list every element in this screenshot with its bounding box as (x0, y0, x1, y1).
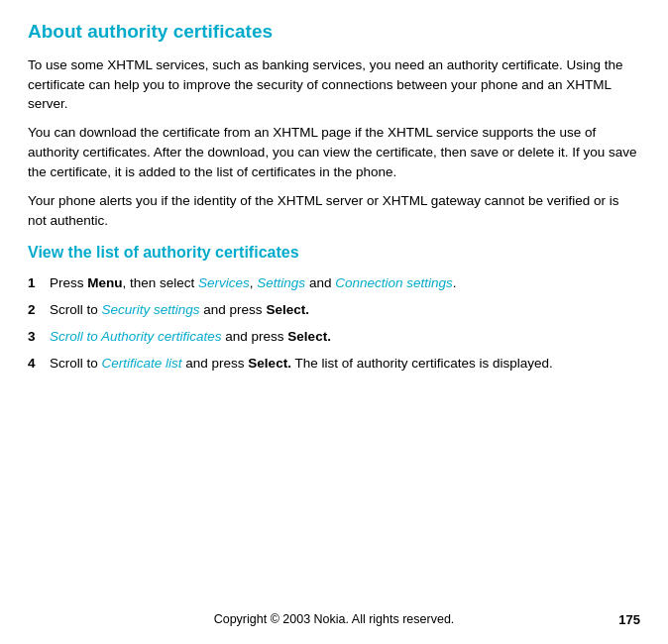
step-2-text: Scroll to Security settings and press Se… (50, 300, 640, 320)
steps-list: 1 Press Menu, then select Services, Sett… (28, 273, 640, 374)
paragraph1: To use some XHTML services, such as bank… (28, 55, 640, 115)
step-3-authority: Scroll to Authority certificates (50, 329, 222, 344)
copyright-text: Copyright © 2003 Nokia. All rights reser… (214, 612, 455, 626)
step-3-number: 3 (28, 327, 50, 347)
step-1-menu: Menu (87, 275, 122, 290)
step-4-select: Select. (248, 356, 291, 371)
step-1-services: Services (198, 275, 250, 290)
step-2: 2 Scroll to Security settings and press … (28, 300, 640, 320)
step-2-select: Select. (266, 302, 309, 317)
page-content: About authority certificates To use some… (0, 0, 668, 400)
step-4-certlist: Certificate list (102, 356, 182, 371)
paragraph2: You can download the certificate from an… (28, 123, 640, 182)
step-3-select: Select. (287, 329, 331, 344)
main-title: About authority certificates (28, 18, 640, 46)
step-3: 3 Scroll to Authority certificates and p… (28, 327, 640, 347)
step-2-number: 2 (28, 300, 50, 320)
page-number: 175 (618, 612, 640, 627)
section-title: View the list of authority certificates (28, 241, 640, 264)
step-1-text: Press Menu, then select Services, Settin… (50, 273, 640, 293)
paragraph3: Your phone alerts you if the identity of… (28, 191, 640, 231)
step-4-text: Scroll to Certificate list and press Sel… (50, 354, 640, 374)
step-1-settings: Settings (257, 275, 305, 290)
step-1: 1 Press Menu, then select Services, Sett… (28, 273, 640, 293)
step-3-text: Scroll to Authority certificates and pre… (50, 327, 640, 347)
step-2-security: Security settings (102, 302, 200, 317)
step-1-number: 1 (28, 273, 50, 293)
footer: Copyright © 2003 Nokia. All rights reser… (0, 612, 668, 626)
step-4: 4 Scroll to Certificate list and press S… (28, 354, 640, 374)
step-1-connection: Connection settings (335, 275, 453, 290)
step-4-number: 4 (28, 354, 50, 374)
